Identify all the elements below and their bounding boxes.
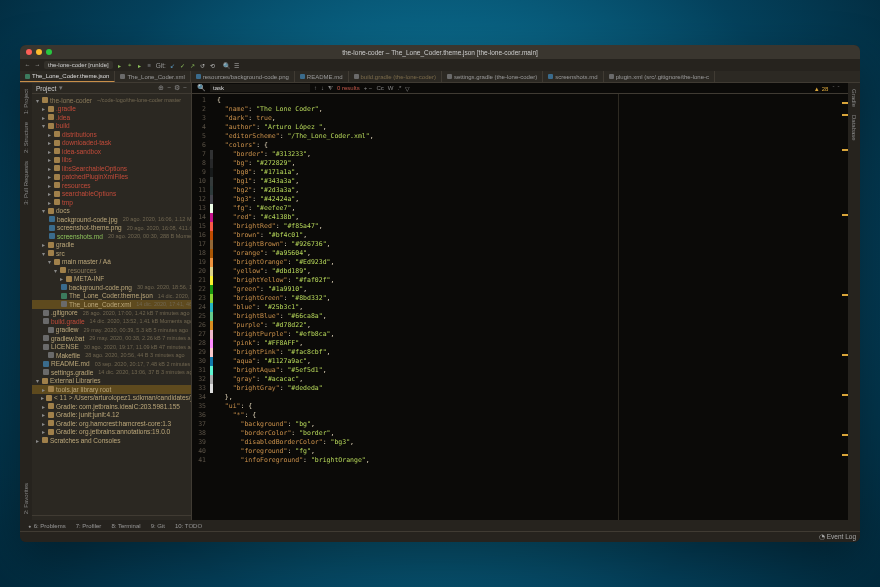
- tree-folder[interactable]: ▸tools.jar library root: [32, 385, 191, 394]
- vcs-history-icon[interactable]: ↺: [199, 62, 206, 69]
- back-icon[interactable]: ←: [24, 62, 31, 69]
- bottom-tab-terminal[interactable]: 8: Terminal: [107, 522, 144, 530]
- error-stripe[interactable]: [842, 94, 848, 520]
- inspection-badge[interactable]: ▲ 28 ˄ ˅: [814, 85, 840, 92]
- tree-folder[interactable]: ▾main master / Aá: [32, 258, 191, 267]
- tree-file[interactable]: The_Lone_Coder.xml14 dic. 2020, 17:41, 4…: [32, 300, 191, 309]
- editor-tab[interactable]: README.md: [295, 71, 349, 82]
- editor-tab[interactable]: The_Lone_Coder.theme.json: [20, 71, 115, 82]
- tree-file[interactable]: build.gradle14 dic. 2020, 13:52, 1.41 kB…: [32, 317, 191, 326]
- tool-tab-pull-requests[interactable]: 3: Pull Requests: [23, 161, 29, 205]
- editor-tab[interactable]: settings.gradle (the-lone-coder): [442, 71, 543, 82]
- structure-icon[interactable]: ☰: [233, 62, 240, 69]
- tree-folder[interactable]: ▸downloaded-task: [32, 139, 191, 148]
- tree-file[interactable]: LICENSE30 ago. 2020, 19:17, 11.09 kB 47 …: [32, 343, 191, 352]
- search-icon[interactable]: 🔍: [223, 62, 230, 69]
- vcs-commit-icon[interactable]: ✓: [179, 62, 186, 69]
- tree-folder[interactable]: ▸gradle: [32, 241, 191, 250]
- gear-icon[interactable]: ⚙: [174, 84, 180, 92]
- vcs-rollback-icon[interactable]: ⟲: [209, 62, 216, 69]
- code-text[interactable]: { "name": "The Lone Coder", "dark": true…: [213, 94, 842, 520]
- find-input[interactable]: [210, 84, 310, 92]
- match-case-icon[interactable]: Cc: [376, 85, 383, 91]
- expand-icon[interactable]: ▸: [41, 403, 46, 410]
- tree-file[interactable]: screenshot-theme.png20 ago. 2020, 16:08,…: [32, 224, 191, 233]
- expand-icon[interactable]: ▾: [47, 258, 52, 265]
- tree-folder[interactable]: ▸idea-sandbox: [32, 147, 191, 156]
- tree-folder[interactable]: ▸patchedPluginXmlFiles: [32, 173, 191, 182]
- bottom-tab-todo[interactable]: 10: TODO: [171, 522, 206, 530]
- titlebar[interactable]: the-lone-coder – The_Lone_Coder.theme.js…: [20, 45, 860, 59]
- tool-tab-database[interactable]: Database: [851, 115, 857, 141]
- project-panel-header[interactable]: Project ▾ ⊕ − ⚙ −: [32, 83, 191, 94]
- tree-folder[interactable]: ▾External Libraries: [32, 377, 191, 386]
- filter-icon[interactable]: ⧨: [328, 85, 333, 92]
- tree-file[interactable]: settings.gradle14 dic. 2020, 13:06, 37 B…: [32, 368, 191, 377]
- expand-icon[interactable]: ▸: [47, 139, 52, 146]
- stop-icon[interactable]: ■: [146, 62, 153, 69]
- bottom-tab-git[interactable]: 9: Git: [147, 522, 169, 530]
- tool-tab-gradle[interactable]: Gradle: [851, 89, 857, 107]
- tree-file[interactable]: background-code.jpg20 ago. 2020, 16:06, …: [32, 215, 191, 224]
- collapse-icon[interactable]: −: [167, 84, 171, 92]
- tree-file[interactable]: The_Lone_Coder.theme.json14 dic. 2020, 1…: [32, 292, 191, 301]
- tree-folder[interactable]: ▸Gradle: com.jetbrains.ideaIC:203.5981.1…: [32, 402, 191, 411]
- expand-icon[interactable]: ▸: [41, 394, 44, 401]
- next-match-icon[interactable]: ↓: [321, 85, 324, 91]
- tree-file[interactable]: gradlew29 may. 2020, 00:39, 5.3 kB 5 min…: [32, 326, 191, 335]
- tree-folder[interactable]: ▸libs: [32, 156, 191, 165]
- expand-icon[interactable]: ▾: [41, 250, 46, 257]
- expand-icon[interactable]: ▸: [47, 190, 52, 197]
- editor-tab[interactable]: screenshots.md: [543, 71, 603, 82]
- expand-icon[interactable]: ▸: [41, 420, 46, 427]
- prev-match-icon[interactable]: ↑: [314, 85, 317, 91]
- tree-folder[interactable]: ▸.gradle: [32, 105, 191, 114]
- forward-icon[interactable]: →: [34, 62, 41, 69]
- editor-tab[interactable]: plugin.xml (src/.gitignore/the-lone-c: [604, 71, 715, 82]
- expand-icon[interactable]: ▸: [47, 173, 52, 180]
- expand-icon[interactable]: ▾: [53, 267, 58, 274]
- expand-icon[interactable]: ▸: [47, 156, 52, 163]
- expand-icon[interactable]: ▸: [41, 428, 46, 435]
- tree-folder[interactable]: ▸searchableOptions: [32, 190, 191, 199]
- tool-tab-favorites[interactable]: 2: Favorites: [23, 483, 29, 514]
- tree-folder[interactable]: ▸tmp: [32, 198, 191, 207]
- gutter[interactable]: 1234567891011121314151617181920212223242…: [192, 94, 210, 520]
- expand-icon[interactable]: ▸: [59, 275, 64, 282]
- editor-tab[interactable]: The_Lone_Coder.xml: [115, 71, 190, 82]
- debug-icon[interactable]: ⌖: [126, 62, 133, 69]
- regex-icon[interactable]: .*: [397, 85, 401, 91]
- tree-folder[interactable]: ▸resources: [32, 181, 191, 190]
- tree-folder[interactable]: ▸Gradle: org.hamcrest:hamcrest-core:1.3: [32, 419, 191, 428]
- event-log-button[interactable]: ◔ Event Log: [819, 533, 856, 541]
- expand-icon[interactable]: ▾: [41, 122, 46, 129]
- tree-file[interactable]: gradlew.bat29 may. 2020, 00:38, 2.26 kB …: [32, 334, 191, 343]
- coverage-icon[interactable]: ▸: [136, 62, 143, 69]
- expand-icon[interactable]: ▸: [41, 114, 46, 121]
- editor-tab[interactable]: build.gradle (the-lone-coder): [349, 71, 442, 82]
- tree-file[interactable]: Makefile28 ago. 2020, 20:56, 44 B 3 minu…: [32, 351, 191, 360]
- expand-icon[interactable]: ▸: [47, 199, 52, 206]
- tree-folder[interactable]: ▸META-INF: [32, 275, 191, 284]
- tree-folder[interactable]: ▸Scratches and Consoles: [32, 436, 191, 445]
- tool-tab-project[interactable]: 1: Project: [23, 89, 29, 114]
- tree-folder[interactable]: ▸libsSearchableOptions: [32, 164, 191, 173]
- expand-icon[interactable]: ▸: [47, 165, 52, 172]
- tool-tab-structure[interactable]: 2: Structure: [23, 122, 29, 153]
- project-tree[interactable]: ▾the-lone-coder~/code-logo/the-lone-code…: [32, 94, 191, 515]
- tree-file[interactable]: screenshots.md20 ago. 2020, 00:30, 288 B…: [32, 232, 191, 241]
- tree-file[interactable]: README.md03 sep. 2020, 20:17, 7.48 kB 2 …: [32, 360, 191, 369]
- expand-icon[interactable]: ▾: [41, 207, 46, 214]
- code-area[interactable]: 1234567891011121314151617181920212223242…: [192, 94, 848, 520]
- tree-folder[interactable]: ▸Gradle: org.jetbrains:annotations:19.0.…: [32, 428, 191, 437]
- tree-folder[interactable]: ▸.idea: [32, 113, 191, 122]
- expand-icon[interactable]: ▾: [35, 97, 40, 104]
- tree-folder[interactable]: ▸distributions: [32, 130, 191, 139]
- expand-icon[interactable]: ▸: [35, 437, 40, 444]
- expand-icon[interactable]: ▸: [47, 131, 52, 138]
- run-icon[interactable]: ▸: [116, 62, 123, 69]
- run-config-combo[interactable]: the-lone-coder [runIde]: [44, 61, 113, 69]
- vcs-push-icon[interactable]: ↗: [189, 62, 196, 69]
- expand-icon[interactable]: ▸: [41, 386, 46, 393]
- filter2-icon[interactable]: ▽: [405, 85, 410, 92]
